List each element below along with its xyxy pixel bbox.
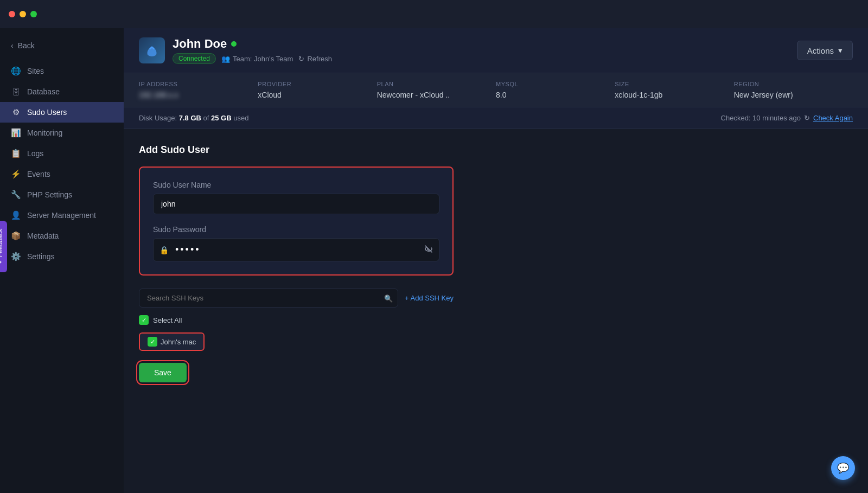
events-icon: ⚡	[11, 169, 21, 179]
stat-size: SIZE xcloud-1c-1gb	[615, 81, 733, 99]
stat-plan: PLAN Newcomer - xCloud ..	[377, 81, 496, 99]
actions-button[interactable]: Actions ▾	[797, 41, 853, 60]
chevron-down-icon: ▾	[838, 46, 843, 55]
chat-bubble-button[interactable]: 💬	[831, 456, 855, 480]
back-icon: ‹	[11, 41, 14, 50]
database-icon: 🗄	[11, 87, 21, 97]
disk-usage-text: Disk Usage: 7.8 GB of 25 GB used	[139, 114, 248, 122]
sudo-users-icon: ⚙	[11, 107, 21, 117]
chat-icon: 💬	[837, 462, 849, 474]
checked-time-label: Checked: 10 minutes ago	[721, 114, 801, 122]
password-toggle-button[interactable]	[424, 245, 433, 255]
plan-value: Newcomer - xCloud ..	[377, 91, 487, 99]
connected-tag: Connected	[173, 53, 216, 64]
sidebar-item-php-settings[interactable]: 🔧 PHP Settings	[0, 184, 124, 205]
traffic-light-red[interactable]	[9, 11, 15, 17]
settings-icon: ⚙️	[11, 252, 21, 261]
provider-value: xCloud	[258, 91, 368, 99]
logs-icon: 📋	[11, 149, 21, 158]
sidebar-item-label: PHP Settings	[27, 190, 72, 199]
sidebar-item-label: Events	[27, 170, 50, 178]
ssh-key-checkbox[interactable]: ✓	[148, 337, 157, 347]
stat-provider: PROVIDER xCloud	[258, 81, 376, 99]
username-input[interactable]	[153, 194, 439, 214]
ip-address-value: 192.168.x.x	[139, 91, 249, 99]
sidebar-item-label: Monitoring	[27, 129, 62, 137]
back-button[interactable]: ‹ Back	[0, 37, 124, 61]
region-value: New Jersey (ewr)	[734, 91, 844, 99]
select-all-label: Select All	[153, 316, 182, 324]
sidebar-item-database[interactable]: 🗄 Database	[0, 81, 124, 102]
server-tags: Connected 👥 Team: John's Team ↻ Refresh	[173, 53, 332, 64]
check-again-group: Checked: 10 minutes ago ↻ Check Again	[721, 114, 853, 122]
traffic-light-green[interactable]	[30, 11, 37, 17]
ssh-keys-section: 🔍 + Add SSH Key ✓ Select All ✓ John's ma…	[139, 289, 454, 382]
sidebar-item-sites[interactable]: 🌐 Sites	[0, 61, 124, 81]
php-settings-icon: 🔧	[11, 190, 21, 200]
add-sudo-user-form: Sudo User Name Sudo Password 🔒	[139, 167, 454, 276]
ssh-key-name: John's mac	[161, 338, 196, 346]
traffic-light-yellow[interactable]	[20, 11, 26, 17]
save-btn-wrapper: Save	[139, 363, 454, 382]
feedback-label: Feedback	[0, 228, 4, 257]
select-all-checkbox[interactable]: ✓	[139, 315, 149, 325]
metadata-icon: 📦	[11, 231, 21, 241]
mysql-value: 8.0	[496, 91, 606, 99]
back-label: Back	[18, 41, 35, 50]
sidebar-item-server-management[interactable]: 👤 Server Management	[0, 205, 124, 226]
server-mgmt-icon: 👤	[11, 210, 21, 220]
sidebar-item-label: Server Management	[27, 211, 96, 220]
lock-icon: 🔒	[159, 246, 169, 254]
select-all-row[interactable]: ✓ Select All	[139, 315, 454, 325]
sidebar-item-logs[interactable]: 📋 Logs	[0, 143, 124, 164]
size-value: xcloud-1c-1gb	[615, 91, 725, 99]
sidebar-item-label: Logs	[27, 149, 43, 158]
server-info: John Doe Connected 👥 Team: John's Team ↻…	[139, 37, 332, 64]
ssh-search-row: 🔍 + Add SSH Key	[139, 289, 454, 308]
sidebar-item-sudo-users[interactable]: ⚙ Sudo Users	[0, 102, 124, 123]
team-icon: 👥	[221, 55, 230, 63]
server-stats: IP ADDRESS 192.168.x.x PROVIDER xCloud P…	[124, 73, 868, 107]
ssh-search-wrapper: 🔍	[139, 289, 398, 308]
sidebar-item-metadata[interactable]: 📦 Metadata	[0, 226, 124, 246]
stat-mysql: MYSQL 8.0	[496, 81, 615, 99]
sidebar-item-monitoring[interactable]: 📊 Monitoring	[0, 123, 124, 143]
disk-usage-bar: Disk Usage: 7.8 GB of 25 GB used Checked…	[124, 107, 868, 129]
server-logo	[139, 37, 165, 63]
check-again-link[interactable]: Check Again	[813, 114, 853, 122]
server-name-group: John Doe Connected 👥 Team: John's Team ↻…	[173, 37, 332, 64]
eye-off-icon	[424, 246, 433, 255]
feedback-tab[interactable]: ✦ Feedback	[0, 221, 7, 272]
add-ssh-key-button[interactable]: + Add SSH Key	[405, 294, 454, 302]
password-wrapper: 🔒	[153, 238, 439, 261]
sidebar-item-events[interactable]: ⚡ Events	[0, 164, 124, 184]
search-icon: 🔍	[384, 294, 393, 302]
app-body: ✦ Feedback ‹ Back 🌐 Sites 🗄 Database ⚙ S…	[0, 28, 868, 493]
sidebar-item-label: Sites	[27, 67, 44, 75]
stat-ip-address: IP ADDRESS 192.168.x.x	[139, 81, 258, 99]
title-bar	[0, 0, 868, 28]
sidebar-item-label: Metadata	[27, 232, 59, 240]
sidebar-item-settings[interactable]: ⚙️ Settings	[0, 246, 124, 267]
actions-label: Actions	[807, 46, 834, 55]
server-name: John Doe	[173, 37, 332, 51]
team-tag: 👥 Team: John's Team	[221, 55, 293, 63]
username-label: Sudo User Name	[153, 181, 439, 189]
refresh-small-icon: ↻	[804, 114, 810, 122]
refresh-button[interactable]: ↻ Refresh	[298, 55, 332, 63]
server-header: John Doe Connected 👥 Team: John's Team ↻…	[124, 28, 868, 73]
password-input[interactable]	[153, 238, 439, 261]
ssh-search-input[interactable]	[139, 289, 398, 308]
password-label: Sudo Password	[153, 225, 439, 234]
ssh-key-john-mac[interactable]: ✓ John's mac	[139, 332, 205, 351]
sidebar: ‹ Back 🌐 Sites 🗄 Database ⚙ Sudo Users 📊…	[0, 28, 124, 493]
save-button[interactable]: Save	[139, 363, 187, 382]
page-content: Add Sudo User Sudo User Name Sudo Passwo…	[124, 129, 868, 493]
monitoring-icon: 📊	[11, 128, 21, 138]
stat-region: REGION New Jersey (ewr)	[734, 81, 853, 99]
status-dot	[231, 41, 237, 47]
refresh-icon: ↻	[298, 55, 304, 63]
main-content: John Doe Connected 👥 Team: John's Team ↻…	[124, 28, 868, 493]
sites-icon: 🌐	[11, 66, 21, 76]
sidebar-item-label: Settings	[27, 252, 55, 261]
